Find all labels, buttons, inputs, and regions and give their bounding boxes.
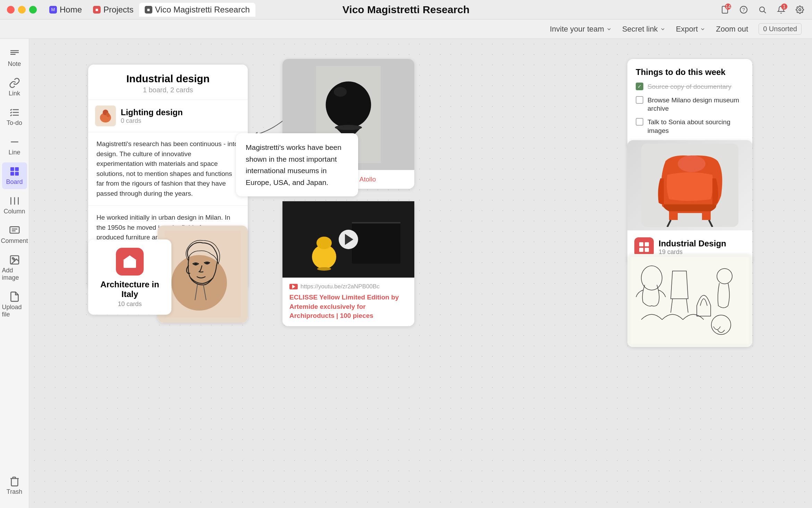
sidebar-item-column[interactable]: Column bbox=[2, 192, 27, 219]
architecture-count: 10 cards bbox=[95, 300, 164, 308]
svg-rect-41 bbox=[352, 222, 400, 223]
todo-text-2: Browse Milano design museum archive bbox=[648, 96, 744, 113]
svg-point-59 bbox=[194, 263, 197, 265]
zoom-out-button[interactable]: Zoom out bbox=[716, 25, 748, 34]
chair-info: Industrial Design 19 cards bbox=[659, 239, 726, 256]
notifications-badge: 1 bbox=[781, 3, 787, 10]
tab-projects[interactable]: ■ Projects bbox=[87, 3, 139, 17]
help-icon[interactable]: ? bbox=[738, 5, 749, 15]
svg-point-34 bbox=[326, 82, 371, 128]
sidebar-item-add-image[interactable]: Add image bbox=[2, 251, 27, 285]
sidebar-line-label: Line bbox=[8, 149, 20, 156]
sidebar-column-label: Column bbox=[3, 208, 25, 215]
titlebar-right: 14 ? 1 bbox=[720, 5, 805, 15]
architecture-icon bbox=[116, 248, 144, 276]
todo-checkbox-2[interactable] bbox=[636, 96, 643, 104]
lighting-thumb bbox=[95, 105, 116, 126]
lighting-row: Lighting design 0 cards bbox=[95, 105, 241, 126]
todo-item-3: Talk to Sonia about sourcing images bbox=[636, 118, 744, 135]
play-icon bbox=[345, 234, 353, 245]
industrial-card-subtitle: 1 board, 2 cards bbox=[96, 86, 239, 94]
sidebar-item-board[interactable]: Board bbox=[2, 162, 27, 189]
titlebar: M Home ■ Projects ■ Vico Magistretti Res… bbox=[0, 0, 812, 19]
sidebar-link-label: Link bbox=[9, 90, 20, 97]
architecture-title: Architecture in Italy bbox=[95, 280, 164, 299]
tablet-badge: 14 bbox=[725, 3, 731, 10]
invite-team-button[interactable]: Invite your team bbox=[550, 25, 612, 34]
lighting-name: Lighting design bbox=[121, 108, 183, 117]
industrial-text-1: Magistretti's research has been continuo… bbox=[96, 139, 239, 198]
svg-rect-52 bbox=[645, 248, 649, 252]
svg-rect-15 bbox=[15, 167, 19, 171]
svg-point-60 bbox=[206, 262, 209, 264]
chair-board-card[interactable]: Industrial Design 19 cards bbox=[627, 140, 752, 264]
toolbar-top: Invite your team Secret link Export Zoom… bbox=[0, 19, 812, 39]
svg-rect-16 bbox=[10, 172, 14, 176]
svg-rect-50 bbox=[645, 242, 649, 246]
todo-heading: Things to do this week bbox=[636, 67, 744, 77]
main-container: Note Link To-do Line Board Column Commen… bbox=[0, 39, 812, 508]
todo-text-1: Source copy of documentary bbox=[648, 83, 731, 91]
vico-tab-icon: ■ bbox=[145, 6, 152, 14]
sidebar-todo-label: To-do bbox=[7, 119, 22, 127]
tab-home[interactable]: M Home bbox=[44, 3, 87, 17]
sidebar-board-label: Board bbox=[6, 178, 23, 186]
industrial-card-header: Industrial design 1 board, 2 cards bbox=[88, 65, 248, 100]
svg-rect-14 bbox=[10, 167, 14, 171]
svg-rect-51 bbox=[639, 248, 643, 252]
tabs-area: M Home ■ Projects ■ Vico Magistretti Res… bbox=[44, 3, 255, 17]
video-thumbnail[interactable] bbox=[282, 201, 414, 278]
sidebar-item-upload-file[interactable]: Upload file bbox=[2, 288, 27, 322]
todo-checkbox-1[interactable]: ✓ bbox=[636, 83, 643, 90]
sidebar-item-comment[interactable]: Comment bbox=[2, 221, 27, 248]
tab-projects-label: Projects bbox=[103, 5, 134, 15]
tab-vico[interactable]: ■ Vico Magistretti Research bbox=[139, 3, 255, 17]
sidebar-item-todo[interactable]: To-do bbox=[2, 103, 27, 130]
page-title: Vico Magistretti Research bbox=[342, 4, 470, 16]
svg-point-43 bbox=[317, 267, 331, 271]
settings-icon[interactable] bbox=[795, 5, 805, 15]
svg-rect-63 bbox=[124, 262, 127, 264]
sketch-card bbox=[627, 254, 752, 347]
secret-link-button[interactable]: Secret link bbox=[622, 25, 666, 34]
svg-rect-62 bbox=[128, 263, 132, 268]
todo-item-1: ✓ Source copy of documentary bbox=[636, 83, 744, 91]
video-url: https://youtu.be/zr2aNPB00Bc bbox=[301, 283, 380, 290]
todo-text-3: Talk to Sonia about sourcing images bbox=[648, 118, 744, 135]
architecture-card[interactable]: Architecture in Italy 10 cards bbox=[88, 239, 171, 315]
video-title[interactable]: ECLISSE Yellow Limited Edition by Artemi… bbox=[289, 293, 407, 321]
export-button[interactable]: Export bbox=[676, 25, 706, 34]
sidebar: Note Link To-do Line Board Column Commen… bbox=[0, 39, 29, 508]
chair-image bbox=[627, 140, 752, 230]
todo-item-2: Browse Milano design museum archive bbox=[636, 96, 744, 113]
industrial-text-block-1: Magistretti's research has been continuo… bbox=[88, 132, 248, 206]
todo-checkbox-3[interactable] bbox=[636, 118, 643, 126]
home-tab-icon: M bbox=[49, 6, 57, 14]
sidebar-item-trash[interactable]: Trash bbox=[2, 472, 27, 499]
sidebar-item-line[interactable]: Line bbox=[2, 133, 27, 160]
sidebar-item-link[interactable]: Link bbox=[2, 74, 27, 101]
lighting-section[interactable]: Lighting design 0 cards bbox=[88, 100, 248, 132]
youtube-play-icon bbox=[292, 285, 295, 289]
search-icon[interactable] bbox=[757, 5, 768, 15]
sidebar-item-note[interactable]: Note bbox=[2, 44, 27, 71]
sidebar-comment-label: Comment bbox=[1, 237, 28, 245]
tablet-icon[interactable]: 14 bbox=[720, 5, 730, 15]
industrial-card-title: Industrial design bbox=[96, 73, 239, 85]
svg-point-25 bbox=[12, 257, 14, 259]
svg-rect-49 bbox=[639, 242, 643, 246]
quote-card: Magistretti's works have been shown in t… bbox=[236, 133, 358, 196]
maximize-button[interactable] bbox=[29, 6, 37, 14]
notifications-icon[interactable]: 1 bbox=[776, 5, 786, 15]
industrial-board-title: Industrial Design bbox=[659, 239, 726, 248]
quote-text: Magistretti's works have been shown in t… bbox=[246, 142, 348, 188]
svg-text:?: ? bbox=[742, 7, 745, 12]
checkmark-icon: ✓ bbox=[637, 84, 642, 89]
play-button[interactable] bbox=[339, 230, 358, 249]
close-button[interactable] bbox=[7, 6, 15, 14]
video-card[interactable]: https://youtu.be/zr2aNPB00Bc ECLISSE Yel… bbox=[282, 201, 414, 326]
lighting-count: 0 cards bbox=[121, 117, 183, 125]
minimize-button[interactable] bbox=[18, 6, 26, 14]
todo-card: Things to do this week ✓ Source copy of … bbox=[627, 59, 752, 148]
svg-rect-40 bbox=[352, 222, 400, 264]
